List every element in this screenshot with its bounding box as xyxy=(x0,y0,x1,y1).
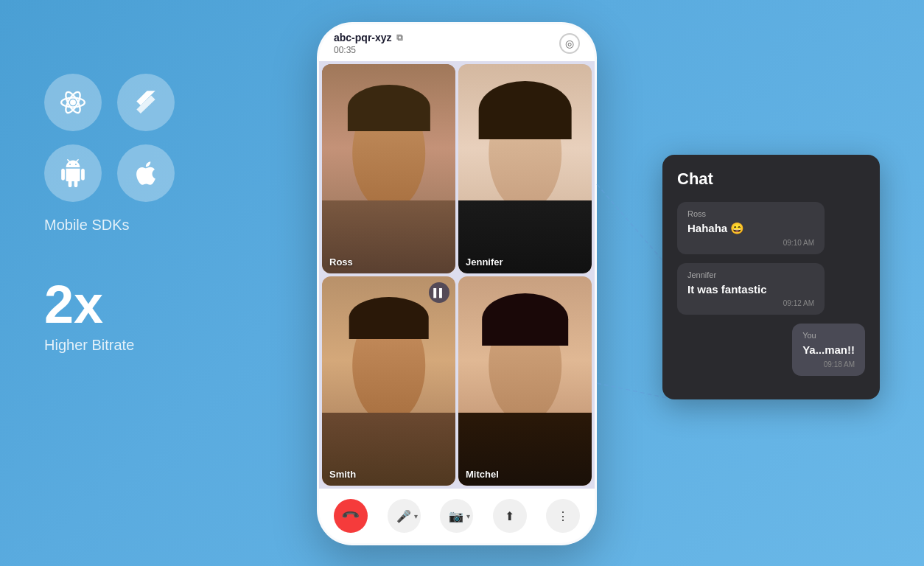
target-icon[interactable]: ◎ xyxy=(559,33,580,54)
ross-bubble: Ross Hahaha 😄 09:10 AM xyxy=(677,202,825,254)
mic-button[interactable]: 🎤 xyxy=(391,499,417,533)
bitrate-multiplier: 2x xyxy=(44,278,309,331)
screen-share-button[interactable]: ⬆ xyxy=(493,499,527,533)
more-button[interactable]: ⋮ xyxy=(546,499,580,533)
you-time: 09:18 AM xyxy=(802,360,855,368)
chat-message-ross: Ross Hahaha 😄 09:10 AM xyxy=(677,202,865,254)
jennifer-bubble: Jennifer It was fantastic 09:12 AM xyxy=(677,263,825,315)
android-icon-circle xyxy=(44,144,102,202)
higher-bitrate-label: Higher Bitrate xyxy=(44,337,309,354)
call-timer: 00:35 xyxy=(334,45,403,55)
you-bubble: You Ya...man!! 09:18 AM xyxy=(792,324,865,376)
svg-line-6 xyxy=(597,184,667,265)
ross-label: Ross xyxy=(329,256,353,268)
sdk-icons-grid xyxy=(44,74,177,202)
phone-mockup: abc-pqr-xyz ⧉ 00:35 ◎ Ross xyxy=(317,22,597,545)
camera-group: 📷 ▾ xyxy=(440,499,473,533)
phone-header-left: abc-pqr-xyz ⧉ 00:35 xyxy=(334,32,403,55)
phone-status-bar: abc-pqr-xyz ⧉ 00:35 ◎ xyxy=(319,24,595,61)
phone-controls: 📞 🎤 ▾ 📷 ▾ ⬆ ⋮ xyxy=(319,489,595,543)
end-call-button[interactable]: 📞 xyxy=(326,492,374,539)
video-cell-ross: Ross xyxy=(322,64,455,273)
jennifer-time: 09:12 AM xyxy=(687,299,814,307)
ross-sender: Ross xyxy=(687,209,814,218)
jennifer-text: It was fantastic xyxy=(687,282,814,297)
jennifer-sender: Jennifer xyxy=(687,270,814,279)
phone-frame: abc-pqr-xyz ⧉ 00:35 ◎ Ross xyxy=(317,22,597,545)
you-sender: You xyxy=(802,331,855,340)
smith-face xyxy=(322,276,455,486)
react-icon-circle xyxy=(44,74,102,131)
video-cell-jennifer: Jennifer xyxy=(458,64,592,273)
video-cell-smith: ▌▌ Smith xyxy=(322,276,455,486)
chat-message-you: You Ya...man!! 09:18 AM xyxy=(677,324,865,376)
ross-face xyxy=(322,64,455,273)
svg-point-0 xyxy=(70,99,76,105)
chat-message-jennifer: Jennifer It was fantastic 09:12 AM xyxy=(677,263,865,315)
left-panel: Mobile SDKs 2x Higher Bitrate xyxy=(44,74,309,354)
svg-line-7 xyxy=(597,383,667,398)
ross-time: 09:10 AM xyxy=(687,239,814,247)
video-grid: Ross Jennifer ▌▌ Smith xyxy=(319,61,595,489)
ross-text: Hahaha 😄 xyxy=(687,221,814,236)
apple-icon-circle xyxy=(117,144,175,202)
you-text: Ya...man!! xyxy=(802,343,855,357)
smith-mute-badge: ▌▌ xyxy=(429,282,449,303)
mic-group: 🎤 ▾ xyxy=(388,499,421,533)
copy-icon[interactable]: ⧉ xyxy=(396,32,403,43)
camera-button[interactable]: 📷 xyxy=(443,499,469,533)
call-id: abc-pqr-xyz ⧉ xyxy=(334,32,403,43)
jennifer-face xyxy=(458,64,592,273)
jennifer-label: Jennifer xyxy=(466,256,503,268)
flutter-icon-circle xyxy=(117,74,175,131)
mitchel-face xyxy=(458,276,592,486)
smith-label: Smith xyxy=(329,469,356,480)
mitchel-label: Mitchel xyxy=(466,469,499,480)
chat-title: Chat xyxy=(677,170,865,189)
mobile-sdks-label: Mobile SDKs xyxy=(44,217,309,234)
chat-panel: Chat Ross Hahaha 😄 09:10 AM Jennifer It … xyxy=(662,155,880,399)
video-cell-mitchel: Mitchel xyxy=(458,276,592,486)
